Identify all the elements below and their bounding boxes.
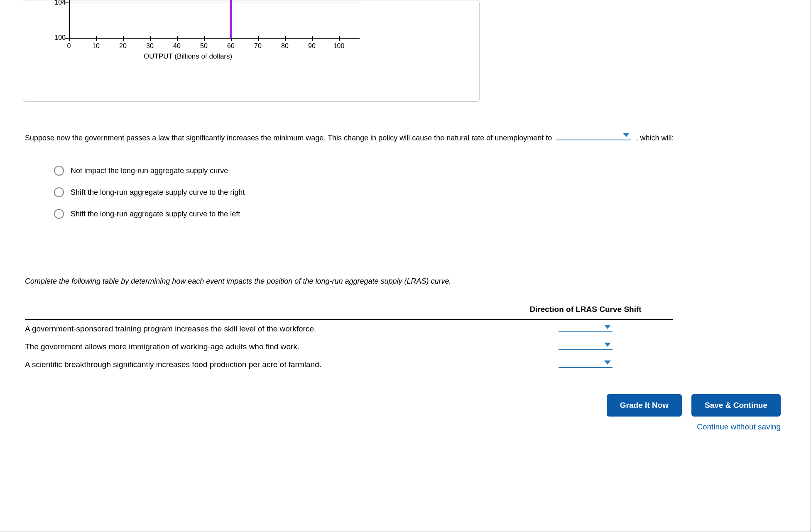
x-tick-60: 60: [227, 42, 235, 50]
caret-down-icon: [604, 360, 611, 365]
caret-down-icon: [623, 133, 630, 137]
x-tick-70: 70: [254, 42, 262, 50]
caret-down-icon: [604, 343, 611, 347]
radio-options: Not impact the long-run aggregate supply…: [54, 166, 794, 219]
x-tick-0: 0: [67, 42, 71, 50]
continue-without-saving-link[interactable]: Continue without saving: [697, 422, 781, 431]
button-row: Grade It Now Save & Continue: [25, 394, 781, 417]
y-tick-104: 104: [54, 0, 66, 6]
x-axis-title: OUTPUT (Billions of dollars): [144, 52, 232, 61]
table-instruction: Complete the following table by determin…: [25, 277, 794, 286]
table-header-direction: Direction of LRAS Curve Shift: [498, 302, 673, 319]
caret-down-icon: [604, 325, 611, 329]
direction-dropdown-training[interactable]: [559, 323, 613, 332]
option-label: Not impact the long-run aggregate supply…: [71, 167, 228, 175]
direction-dropdown-immigration[interactable]: [559, 341, 613, 350]
lras-table: Direction of LRAS Curve Shift A governme…: [25, 302, 673, 373]
option-shift-right[interactable]: Shift the long-run aggregate supply curv…: [54, 187, 794, 197]
event-immigration: The government allows more immigration o…: [25, 338, 498, 355]
save-continue-button[interactable]: Save & Continue: [691, 394, 781, 417]
radio-icon: [54, 209, 64, 219]
question-pre: Suppose now the government passes a law …: [25, 134, 552, 142]
chart-container: 104 100 0 10 20 30 40 50 60 70 80 90 100: [23, 0, 480, 102]
radio-icon: [54, 166, 64, 176]
option-label: Shift the long-run aggregate supply curv…: [71, 188, 245, 197]
x-tick-30: 30: [146, 42, 154, 50]
x-tick-80: 80: [281, 42, 289, 50]
option-shift-left[interactable]: Shift the long-run aggregate supply curv…: [54, 209, 794, 219]
option-not-impact[interactable]: Not impact the long-run aggregate supply…: [54, 166, 794, 176]
chart-plot-area: 104 100 0 10 20 30 40 50 60 70 80 90 100: [69, 0, 360, 40]
table-row: The government allows more immigration o…: [25, 338, 673, 355]
table-row: A government-sponsored training program …: [25, 319, 673, 338]
x-tick-20: 20: [119, 42, 127, 50]
unemployment-direction-dropdown[interactable]: [556, 131, 631, 140]
question-text: Suppose now the government passes a law …: [25, 131, 794, 145]
y-tick-100: 100: [54, 34, 66, 42]
grade-it-now-button[interactable]: Grade It Now: [607, 394, 682, 417]
table-row: A scientific breakthrough significantly …: [25, 355, 673, 373]
page: 104 100 0 10 20 30 40 50 60 70 80 90 100: [0, 0, 811, 532]
x-tick-50: 50: [200, 42, 208, 50]
direction-dropdown-breakthrough[interactable]: [559, 359, 613, 368]
x-tick-100: 100: [333, 42, 345, 50]
event-breakthrough: A scientific breakthrough significantly …: [25, 355, 498, 373]
lras-line: [230, 0, 232, 38]
x-tick-90: 90: [308, 42, 316, 50]
x-tick-40: 40: [173, 42, 181, 50]
event-training: A government-sponsored training program …: [25, 319, 498, 338]
radio-icon: [54, 187, 64, 197]
x-tick-10: 10: [92, 42, 100, 50]
option-label: Shift the long-run aggregate supply curv…: [71, 210, 240, 218]
question-post: , which will:: [636, 134, 674, 142]
